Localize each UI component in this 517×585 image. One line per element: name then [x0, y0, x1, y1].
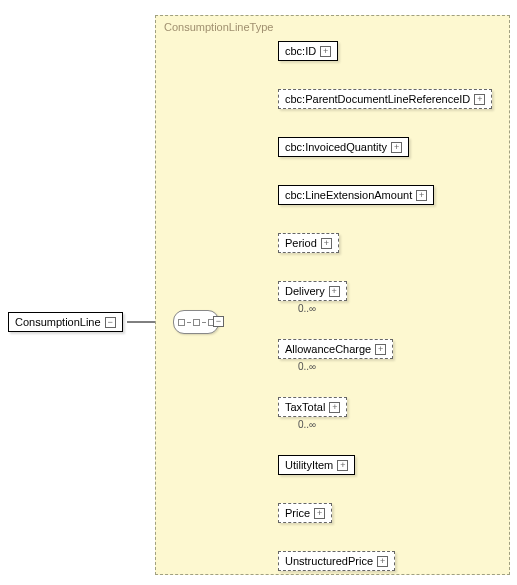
child-element-label: cbc:ParentDocumentLineReferenceID: [285, 93, 470, 105]
root-element[interactable]: ConsumptionLine −: [8, 312, 123, 332]
child-element-label: UtilityItem: [285, 459, 333, 471]
type-name-label: ConsumptionLineType: [164, 21, 273, 33]
child-element-label: cbc:InvoicedQuantity: [285, 141, 387, 153]
expand-icon[interactable]: +: [329, 286, 340, 297]
child-element[interactable]: cbc:ID+: [278, 41, 338, 61]
expand-icon[interactable]: +: [320, 46, 331, 57]
expand-icon[interactable]: +: [337, 460, 348, 471]
child-element[interactable]: AllowanceCharge+: [278, 339, 393, 359]
root-element-label: ConsumptionLine: [15, 316, 101, 328]
occurrence-label: 0..∞: [298, 303, 316, 314]
child-element-label: Delivery: [285, 285, 325, 297]
expand-icon[interactable]: +: [321, 238, 332, 249]
expand-icon[interactable]: +: [329, 402, 340, 413]
child-element-label: cbc:ID: [285, 45, 316, 57]
child-element[interactable]: Price+: [278, 503, 332, 523]
occurrence-label: 0..∞: [298, 419, 316, 430]
expand-icon[interactable]: +: [474, 94, 485, 105]
child-element-label: TaxTotal: [285, 401, 325, 413]
sequence-compositor[interactable]: −: [173, 310, 219, 334]
expand-icon[interactable]: +: [377, 556, 388, 567]
child-element-label: UnstructuredPrice: [285, 555, 373, 567]
collapse-icon[interactable]: −: [213, 316, 224, 327]
child-element[interactable]: UnstructuredPrice+: [278, 551, 395, 571]
child-element-label: Price: [285, 507, 310, 519]
child-element-label: cbc:LineExtensionAmount: [285, 189, 412, 201]
expand-icon[interactable]: +: [375, 344, 386, 355]
child-element[interactable]: cbc:InvoicedQuantity+: [278, 137, 409, 157]
child-element[interactable]: TaxTotal+: [278, 397, 347, 417]
child-element[interactable]: cbc:LineExtensionAmount+: [278, 185, 434, 205]
expand-icon[interactable]: +: [314, 508, 325, 519]
child-element-label: Period: [285, 237, 317, 249]
collapse-icon[interactable]: −: [105, 317, 116, 328]
child-element[interactable]: UtilityItem+: [278, 455, 355, 475]
occurrence-label: 0..∞: [298, 361, 316, 372]
sequence-icon: [178, 319, 215, 326]
expand-icon[interactable]: +: [391, 142, 402, 153]
child-element[interactable]: Delivery+: [278, 281, 347, 301]
expand-icon[interactable]: +: [416, 190, 427, 201]
child-element[interactable]: Period+: [278, 233, 339, 253]
child-element[interactable]: cbc:ParentDocumentLineReferenceID+: [278, 89, 492, 109]
child-element-label: AllowanceCharge: [285, 343, 371, 355]
